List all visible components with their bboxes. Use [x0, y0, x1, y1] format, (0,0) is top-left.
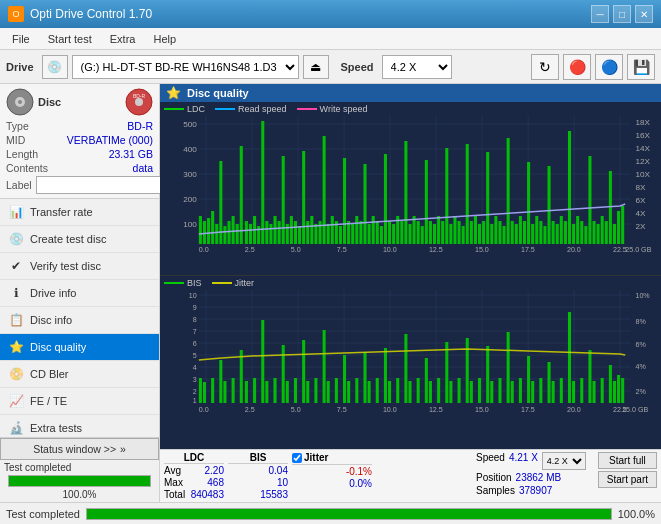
start-part-button[interactable]: Start part [598, 471, 657, 488]
status-window-button[interactable]: Status window >> » [0, 438, 159, 460]
svg-rect-86 [359, 221, 362, 244]
svg-rect-253 [580, 378, 583, 403]
svg-rect-239 [486, 346, 489, 403]
svg-rect-144 [597, 224, 600, 244]
svg-text:10: 10 [189, 292, 197, 299]
start-full-button[interactable]: Start full [598, 452, 657, 469]
svg-text:7: 7 [193, 328, 197, 335]
speed-select-toolbar[interactable]: 4.2 X [382, 55, 452, 79]
legend-write: Write speed [297, 104, 368, 114]
ldc-avg-value: 2.20 [205, 465, 224, 476]
disc-label-icon: BD-R [125, 88, 153, 116]
sidebar-item-create-test-disc[interactable]: 💿 Create test disc [0, 226, 159, 253]
svg-rect-206 [261, 320, 264, 403]
svg-rect-138 [572, 224, 575, 244]
eject-button[interactable]: ⏏ [303, 55, 329, 79]
svg-rect-226 [396, 378, 399, 403]
svg-text:17.5: 17.5 [521, 246, 535, 253]
svg-rect-247 [539, 378, 542, 403]
menu-file[interactable]: File [4, 31, 38, 47]
status-progress-fill [9, 476, 150, 486]
svg-rect-81 [339, 226, 342, 244]
save-button[interactable]: 💾 [627, 54, 655, 80]
disc-label-input[interactable] [36, 176, 169, 194]
sidebar-item-transfer-rate[interactable]: 📊 Transfer rate [0, 199, 159, 226]
sidebar-item-verify-test-disc[interactable]: ✔ Verify test disc [0, 253, 159, 280]
jitter-stats: Jitter -0.1% 0.0% [292, 452, 372, 500]
svg-rect-56 [236, 224, 239, 244]
jitter-checkbox[interactable] [292, 453, 302, 463]
svg-rect-140 [580, 221, 583, 244]
svg-point-2 [18, 100, 22, 104]
cd-bler-label: CD Bler [30, 368, 69, 380]
svg-rect-136 [564, 221, 567, 244]
svg-rect-237 [470, 381, 473, 403]
sidebar-item-drive-info[interactable]: ℹ Drive info [0, 280, 159, 307]
svg-rect-89 [372, 216, 375, 244]
svg-rect-248 [548, 362, 551, 403]
svg-rect-71 [298, 226, 301, 244]
svg-text:500: 500 [183, 120, 197, 129]
ldc-legend-label: LDC [187, 104, 205, 114]
speed-dropdown[interactable]: 4.2 X [542, 452, 586, 470]
disc-contents-label: Contents [6, 162, 48, 174]
minimize-button[interactable]: ─ [591, 5, 609, 23]
drive-select[interactable]: (G:) HL-DT-ST BD-RE WH16NS48 1.D3 [72, 55, 299, 79]
svg-text:5.0: 5.0 [291, 406, 301, 413]
bis-max-value: 10 [277, 477, 288, 488]
max-label: Max [164, 477, 183, 488]
close-button[interactable]: ✕ [635, 5, 653, 23]
drive-icon-button[interactable]: 💿 [42, 55, 68, 79]
jitter-legend-color [212, 282, 232, 284]
svg-rect-110 [458, 221, 461, 244]
jitter-legend-label: Jitter [235, 278, 255, 288]
svg-rect-222 [368, 381, 371, 403]
disc-section-title: Disc [38, 96, 61, 108]
svg-rect-70 [294, 221, 297, 244]
read-legend-color [215, 108, 235, 110]
settings-button2[interactable]: 🔵 [595, 54, 623, 80]
svg-text:8%: 8% [635, 318, 646, 325]
svg-rect-150 [621, 206, 624, 244]
sidebar-item-fe-te[interactable]: 📈 FE / TE [0, 388, 159, 415]
menu-help[interactable]: Help [145, 31, 184, 47]
svg-rect-117 [486, 152, 489, 244]
app-icon: O [8, 6, 24, 22]
sidebar-item-extra-tests[interactable]: 🔬 Extra tests [0, 415, 159, 437]
svg-rect-207 [265, 381, 268, 403]
svg-text:7.5: 7.5 [337, 406, 347, 413]
legend-read: Read speed [215, 104, 287, 114]
svg-rect-79 [331, 216, 334, 244]
svg-rect-215 [323, 330, 326, 403]
refresh-button[interactable]: ↻ [531, 54, 559, 80]
title-bar-controls: ─ □ ✕ [591, 5, 653, 23]
ldc-legend-color [164, 108, 184, 110]
sidebar-item-disc-info[interactable]: 📋 Disc info [0, 307, 159, 334]
samples-value: 378907 [519, 485, 552, 496]
svg-rect-109 [453, 216, 456, 244]
sidebar-item-disc-quality[interactable]: ⭐ Disc quality [0, 334, 159, 361]
svg-text:20.0: 20.0 [567, 246, 581, 253]
svg-rect-232 [437, 378, 440, 403]
menu-extra[interactable]: Extra [102, 31, 144, 47]
jitter-header-row: Jitter [292, 452, 372, 465]
transfer-rate-label: Transfer rate [30, 206, 93, 218]
total-label: Total [164, 489, 185, 500]
sidebar-item-cd-bler[interactable]: 📀 CD Bler [0, 361, 159, 388]
svg-text:2X: 2X [635, 222, 646, 231]
menu-start-test[interactable]: Start test [40, 31, 100, 47]
speed-label: Speed [476, 452, 505, 470]
svg-text:200: 200 [183, 195, 197, 204]
svg-rect-145 [601, 216, 604, 244]
svg-rect-242 [507, 332, 510, 403]
svg-rect-235 [458, 378, 461, 403]
toolbar: Drive 💿 (G:) HL-DT-ST BD-RE WH16NS48 1.D… [0, 50, 661, 84]
settings-button1[interactable]: 🔴 [563, 54, 591, 80]
fe-te-icon: 📈 [8, 393, 24, 409]
svg-rect-115 [478, 224, 481, 244]
verify-test-icon: ✔ [8, 258, 24, 274]
disc-info-icon: 📋 [8, 312, 24, 328]
svg-text:17.5: 17.5 [521, 406, 535, 413]
bottom-percent: 100.0% [618, 508, 655, 520]
maximize-button[interactable]: □ [613, 5, 631, 23]
